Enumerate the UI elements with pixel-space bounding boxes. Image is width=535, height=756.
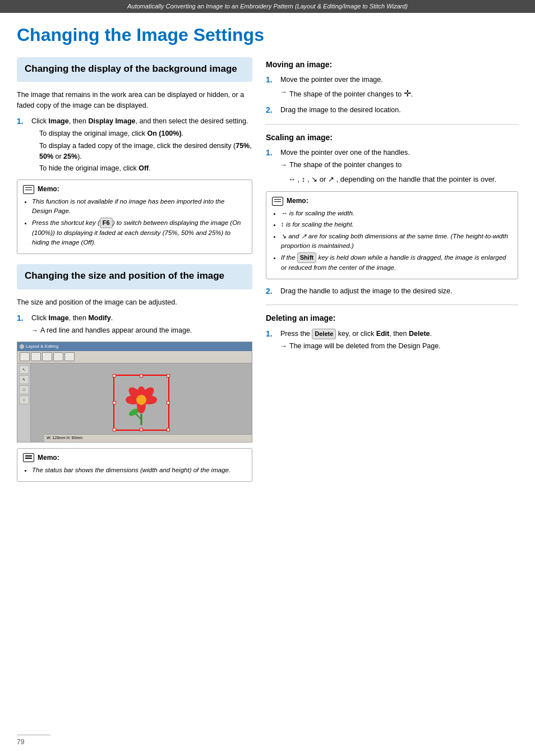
scaling-step-num-2: 2. xyxy=(266,286,276,297)
memo2-list: The status bar shows the dimensions (wid… xyxy=(23,465,246,475)
section2-title: Changing the size and position of the im… xyxy=(25,270,245,282)
handle-br xyxy=(167,428,170,431)
screenshot-main: W: 120mm H: 90mm xyxy=(31,363,252,442)
memo2-item1: The status bar shows the dimensions (wid… xyxy=(32,465,246,475)
screenshot-title-text: Layout & Editing xyxy=(26,343,58,349)
sidebar-tool-1: ↖ xyxy=(19,365,29,374)
memo-scaling-list: ↔ is for scaling the width. ↕ is for sca… xyxy=(272,209,512,273)
screenshot-titlebar: Layout & Editing xyxy=(17,342,252,351)
divider-1 xyxy=(266,124,518,125)
top-bar-text: Automatically Converting an Image to an … xyxy=(127,3,408,10)
memo-scaling-title: Memo: xyxy=(272,196,512,206)
moving-step1: 1. Move the pointer over the image. → Th… xyxy=(266,75,518,100)
toolbar-btn-5 xyxy=(64,352,75,361)
sidebar-tool-3: □ xyxy=(19,385,29,394)
step1-sub1: To display the original image, click On … xyxy=(39,128,252,139)
memo1-title: Memo: xyxy=(23,185,246,194)
memo-icon-2 xyxy=(23,453,34,462)
screenshot-body: ↖ ✎ □ ○ xyxy=(17,363,252,442)
screenshot-statusbar: W: 120mm H: 90mm xyxy=(44,434,252,442)
handle-tm xyxy=(140,374,143,377)
section1-step1: 1. Click Image, then Display Image, and … xyxy=(17,116,252,174)
handle-tl xyxy=(113,374,116,377)
moving-step1-content: Move the pointer over the image. → The s… xyxy=(280,75,413,100)
scaling-memo-item3: ↘ and ↗ are for scaling both dimensions … xyxy=(281,232,512,251)
toolbar-btn-1 xyxy=(20,352,30,361)
section-display-background: Changing the display of the background i… xyxy=(17,57,252,82)
deleting-step-num-1: 1. xyxy=(266,329,276,340)
delete-key: Delete xyxy=(312,329,336,339)
move-cursor-icon: ✛ xyxy=(404,89,411,98)
step-number-1: 1. xyxy=(17,116,27,127)
scaling-arrow1: → The shape of the pointer changes to xyxy=(280,160,496,170)
scaling-arrows-display: ↔ , ↕ , ↘ or ↗ , depending on the handle… xyxy=(288,173,496,186)
memo-box-scaling: Memo: ↔ is for scaling the width. ↕ is f… xyxy=(266,191,518,279)
step2-content: Click Image, then Modify. → A red line a… xyxy=(31,313,192,336)
memo2-title: Memo: xyxy=(23,453,246,463)
step1-sub2: To display a faded copy of the image, cl… xyxy=(39,141,252,162)
arrow-vert: ↕ xyxy=(302,174,306,185)
moving-step-num-1: 1. xyxy=(266,75,276,86)
section1-intro: The image that remains in the work area … xyxy=(17,90,252,111)
handle-bl xyxy=(113,428,116,431)
title-dot xyxy=(20,344,24,349)
scaling-step1: 1. Move the pointer over one of the hand… xyxy=(266,147,518,186)
toolbar-btn-4 xyxy=(53,352,63,361)
left-column: Changing the display of the background i… xyxy=(17,57,252,482)
arrow-symbol: → xyxy=(31,325,38,335)
moving-title: Moving an image: xyxy=(266,59,518,71)
memo-icon-3 xyxy=(272,197,283,206)
section-size-position: Changing the size and position of the im… xyxy=(17,264,252,289)
scaling-title: Scaling an image: xyxy=(266,132,518,144)
right-column: Moving an image: 1. Move the pointer ove… xyxy=(266,57,518,482)
moving-step2: 2. Drag the image to the desired locatio… xyxy=(266,105,518,116)
page-number: 79 xyxy=(17,738,24,746)
page-footer: 79 xyxy=(17,735,50,747)
sidebar-tool-2: ✎ xyxy=(19,375,29,384)
scaling-memo-item4: If the Shift key is held down while a ha… xyxy=(281,252,512,273)
scaling-memo-item2: ↕ is for scaling the height. xyxy=(281,220,512,229)
red-border xyxy=(113,375,169,431)
statusbar-text: W: 120mm H: 90mm xyxy=(47,435,82,441)
screenshot: Layout & Editing ↖ ✎ □ ○ xyxy=(17,342,252,442)
section1-title: Changing the display of the background i… xyxy=(25,63,245,75)
step2-arrow: → A red line and handles appear around t… xyxy=(31,325,192,336)
scaling-step2-content: Drag the handle to adjust the image to t… xyxy=(280,286,452,297)
sidebar-tool-4: ○ xyxy=(19,395,29,404)
memo-box-2: Memo: The status bar shows the dimension… xyxy=(17,448,252,482)
handle-ml xyxy=(113,401,116,404)
arrow-diag1: ↘ xyxy=(311,174,317,185)
page-title: Changing the Image Settings xyxy=(17,24,518,45)
arrow-diag2: ↗ xyxy=(328,174,334,185)
step2-number-1: 1. xyxy=(17,313,27,324)
memo1-item2: Press the shortcut key (F6) to switch be… xyxy=(32,218,246,247)
memo1-list: This function is not available if no ima… xyxy=(23,197,246,248)
scaling-step2: 2. Drag the handle to adjust the image t… xyxy=(266,286,518,297)
divider-2 xyxy=(266,305,518,305)
screenshot-toolbar xyxy=(17,351,252,363)
deleting-step1: 1. Press the Delete key, or click Edit, … xyxy=(266,329,518,352)
handle-mr xyxy=(167,401,170,404)
deleting-arrow: → The image will be deleted from the Des… xyxy=(280,341,441,352)
moving-arrow1: → The shape of the pointer changes to ✛. xyxy=(280,87,413,100)
deleting-step1-content: Press the Delete key, or click Edit, the… xyxy=(280,329,441,352)
memo-box-1: Memo: This function is not available if … xyxy=(17,179,252,254)
scaling-step-num-1: 1. xyxy=(266,147,276,159)
moving-step2-content: Drag the image to the desired location. xyxy=(280,105,401,116)
toolbar-btn-2 xyxy=(31,352,41,361)
toolbar-btn-3 xyxy=(42,352,52,361)
scaling-memo-item1: ↔ is for scaling the width. xyxy=(281,209,512,218)
screenshot-sidebar: ↖ ✎ □ ○ xyxy=(17,363,31,442)
handle-tr xyxy=(167,374,170,377)
section2-intro: The size and position of the image can b… xyxy=(17,297,252,308)
moving-step-num-2: 2. xyxy=(266,105,276,116)
top-bar: Automatically Converting an Image to an … xyxy=(0,0,535,13)
arrow-horiz: ↔ xyxy=(288,174,296,185)
step1-sub3: To hide the original image, click Off. xyxy=(39,163,252,174)
shift-key: Shift xyxy=(297,252,316,263)
f6-key: F6 xyxy=(100,218,113,228)
memo1-item1: This function is not available if no ima… xyxy=(32,197,246,216)
memo-icon-1 xyxy=(23,185,34,194)
step1-content: Click Image, then Display Image, and the… xyxy=(31,116,252,174)
section2-step1: 1. Click Image, then Modify. → A red lin… xyxy=(17,313,252,336)
